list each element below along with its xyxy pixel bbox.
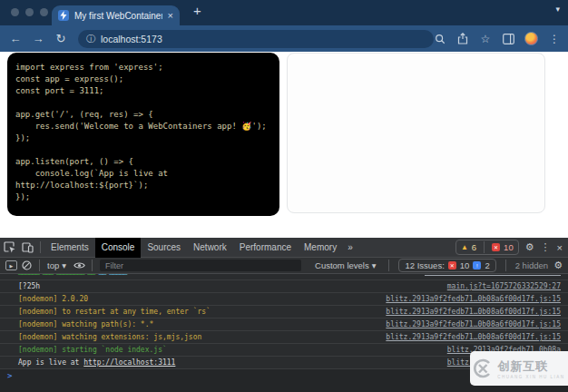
code-line: app.get('/', (req, res) => { <box>15 109 271 121</box>
source-link[interactable]: main.js?t=1675726332529:27 <box>447 282 561 290</box>
browser-tab[interactable]: My first WebContainers app × <box>52 5 180 25</box>
new-tab-button[interactable]: + <box>193 3 201 18</box>
share-icon[interactable] <box>456 33 469 45</box>
console-settings-icon[interactable]: ⚙ <box>553 260 563 271</box>
side-panel-icon[interactable] <box>502 33 514 45</box>
more-tabs-button[interactable]: » <box>343 242 357 252</box>
code-line: import express from 'express'; <box>15 62 271 74</box>
devtools-menu-icon[interactable]: ⋮ <box>541 241 551 253</box>
code-line <box>15 97 271 109</box>
code-line: console.log(`App is live at <box>15 168 271 180</box>
page-content: import express from 'express'; const app… <box>0 52 568 238</box>
close-window-button[interactable] <box>11 8 19 16</box>
devtools-settings-icon[interactable]: ⚙ <box>525 241 534 253</box>
issue-breaking-icon: ! <box>473 261 481 270</box>
watermark-subtitle: CHUANG XIN HU LIAN <box>497 375 564 379</box>
code-line: app.listen(port, () => { <box>15 156 271 168</box>
devtools-tab-bar: Elements Console Sources Network Perform… <box>0 238 568 258</box>
reload-button[interactable]: ↻ <box>54 32 67 45</box>
live-expression-eye-icon[interactable] <box>70 259 88 273</box>
console-row-clipped: ────── ─── ──────── ── ── ───── <box>0 274 568 280</box>
tab-elements[interactable]: Elements <box>44 238 95 258</box>
inspect-element-icon[interactable] <box>0 240 18 255</box>
devtools-close-icon[interactable]: × <box>557 242 563 253</box>
tab-search-chevron-icon[interactable]: ▾ <box>555 5 560 14</box>
code-line <box>15 144 271 156</box>
watermark-brand: 创新互联 <box>497 358 564 375</box>
console-log-row: [nodemon] to restart at any time, enter … <box>0 306 568 318</box>
site-info-icon[interactable]: ⓘ <box>86 33 95 45</box>
source-link[interactable]: blitz.2913a9f2fedb71…0b08a6f00d17f.js:15 <box>386 295 561 303</box>
console-log-row: [nodemon] 2.0.20 blitz.2913a9f2fedb71…0b… <box>0 293 568 306</box>
console-toolbar: ▶ top ▾ Custom levels ▾ 12 Iss <box>0 258 568 274</box>
forward-button[interactable]: → <box>32 32 44 45</box>
url-text: localhost:5173 <box>101 34 162 44</box>
log-levels-selector[interactable]: Custom levels ▾ <box>315 260 376 270</box>
tab-title: My first WebContainers app <box>74 11 162 21</box>
source-link[interactable]: blitz.2913a9f2fedb71…0b08a6f00d17f.js:15 <box>386 320 561 328</box>
localhost-link[interactable]: http://localhost:3111 <box>83 358 175 367</box>
code-line: http://localhost:${port}`); <box>15 180 271 191</box>
code-line: res.send('Welcome to a WebContainers app… <box>15 121 271 132</box>
console-log-row: [?25h main.js?t=1675726332529:27 <box>0 280 568 293</box>
profile-avatar[interactable] <box>524 32 538 45</box>
code-line: const port = 3111; <box>15 85 271 97</box>
error-count: 10 <box>504 242 514 252</box>
maximize-window-button[interactable] <box>40 8 48 16</box>
tab-performance[interactable]: Performance <box>233 238 298 258</box>
code-editor[interactable]: import express from 'express'; const app… <box>7 53 279 216</box>
device-toolbar-icon[interactable] <box>18 240 36 255</box>
dropdown-icon: ▾ <box>62 260 66 270</box>
code-line: }); <box>15 191 271 203</box>
stackblitz-favicon-icon <box>58 10 69 21</box>
execution-context-selector[interactable]: top ▾ <box>47 260 66 270</box>
minimize-window-button[interactable] <box>25 8 34 16</box>
source-link[interactable]: blitz.2913a9f2fedb71…0b08a6f00d17f.js:15 <box>386 333 561 341</box>
bookmark-star-icon[interactable]: ☆ <box>479 33 492 45</box>
code-line: const app = express(); <box>15 74 271 85</box>
clear-console-icon[interactable] <box>17 259 35 273</box>
tab-sources[interactable]: Sources <box>141 238 187 258</box>
console-log-row: [nodemon] watching path(s): *.* blitz.29… <box>0 318 568 331</box>
clipped-source-link[interactable] <box>425 274 561 276</box>
error-icon: ✕ <box>492 243 500 251</box>
tab-strip: My first WebContainers app × + ▾ <box>0 0 568 25</box>
window-controls <box>11 8 48 16</box>
issues-counter[interactable]: 12 Issues: ✕ 10 ! 2 <box>398 259 495 272</box>
hidden-messages-label: 2 hidden <box>515 260 548 270</box>
console-filter-input[interactable] <box>100 260 301 271</box>
code-line: }); <box>15 132 271 144</box>
issue-error-icon: ✕ <box>448 261 456 270</box>
watermark-logo-icon <box>473 358 493 378</box>
tab-close-icon[interactable]: × <box>168 10 173 21</box>
preview-iframe <box>287 53 545 213</box>
dropdown-icon: ▾ <box>372 260 377 270</box>
warning-count: 6 <box>472 242 476 252</box>
browser-toolbar: ← → ↻ ⓘ localhost:5173 ☆ ⋮ <box>0 25 568 52</box>
browser-menu-icon[interactable]: ⋮ <box>548 33 561 45</box>
back-button[interactable]: ← <box>9 32 22 45</box>
tab-network[interactable]: Network <box>187 238 233 258</box>
console-sidebar-icon[interactable]: ▶ <box>5 260 17 270</box>
warning-icon: ▲ <box>461 243 468 251</box>
prompt-chevron-icon: > <box>7 371 12 380</box>
address-bar[interactable]: ⓘ localhost:5173 <box>78 30 434 48</box>
source-link[interactable]: blitz.2913a9f2fedb71…0b08a6f00d17f.js:15 <box>386 308 561 316</box>
console-log-row: [nodemon] watching extensions: js,mjs,js… <box>0 331 568 344</box>
console-status-badges[interactable]: ▲ 6 ✕ 10 <box>455 240 519 255</box>
search-icon[interactable] <box>434 33 446 45</box>
watermark-badge: 创新互联 CHUANG XIN HU LIAN <box>470 351 568 386</box>
tab-memory[interactable]: Memory <box>298 238 343 258</box>
tab-console[interactable]: Console <box>95 238 142 258</box>
browser-window: My first WebContainers app × + ▾ ← → ↻ ⓘ… <box>0 0 568 392</box>
